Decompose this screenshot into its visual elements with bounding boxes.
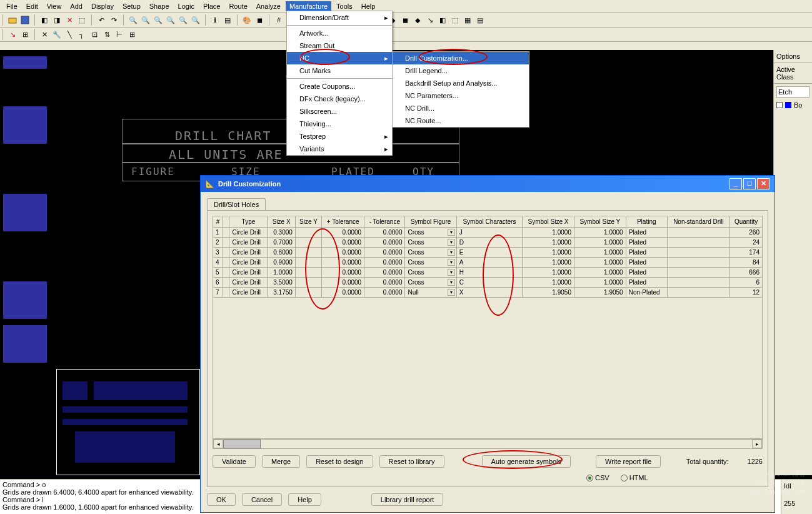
cell[interactable]: 174 [730,248,763,258]
cell[interactable]: Circle Drill [229,278,268,288]
cell[interactable] [667,258,729,268]
reset-design-button[interactable]: Reset to design [306,455,373,468]
menu-item-stream-out[interactable]: Stream Out [287,39,392,52]
etch-select[interactable]: Etch [776,86,809,98]
cell[interactable]: 1.0000 [574,248,626,258]
cell[interactable]: J [456,228,522,238]
cancel-button[interactable]: Cancel [242,493,282,506]
cell[interactable]: Null [405,288,456,298]
cell[interactable]: Non-Plated [626,288,667,298]
redo-icon[interactable]: ↷ [108,14,119,26]
cell[interactable] [295,248,321,258]
cell[interactable] [223,278,229,288]
cell[interactable]: 0.0000 [364,238,405,248]
tool-icon[interactable]: ◆ [412,14,423,26]
drill-table[interactable]: #TypeSize XSize Y+ Tolerance- ToleranceS… [213,216,763,298]
cell[interactable]: 0.0000 [364,248,405,258]
tool-icon[interactable]: ◼ [254,14,265,26]
cell[interactable]: 0.0000 [322,258,364,268]
menu-item-nc-parameters-[interactable]: NC Parameters... [393,89,529,102]
menu-item-backdrill-setup-and-analysis-[interactable]: Backdrill Setup and Analysis... [393,77,529,89]
tool-icon[interactable]: ↘ [424,14,436,26]
col-header[interactable]: # [213,216,223,228]
cell[interactable]: Plated [626,238,667,248]
tool-icon[interactable]: ✕ [39,29,50,40]
cell[interactable]: 0.0000 [364,288,405,298]
tool-icon[interactable]: ◨ [51,14,63,26]
layers-icon[interactable]: ▤ [222,14,233,26]
menu-logic[interactable]: Logic [174,1,198,11]
cell[interactable]: 0.9000 [268,258,295,268]
col-header[interactable]: Symbol Size X [523,216,574,228]
cell[interactable]: 0.0000 [322,238,364,248]
cell[interactable]: 0.0000 [322,288,364,298]
cell[interactable]: 3 [213,248,223,258]
tool-icon[interactable]: ◧ [39,14,50,26]
cell[interactable]: Circle Drill [229,288,268,298]
cell[interactable]: 84 [730,258,763,268]
zoom-in-icon[interactable]: 🔍 [128,14,139,26]
menu-item-create-coupons-[interactable]: Create Coupons... [287,80,392,93]
menu-item-drill-customization-[interactable]: Drill Customization... [393,52,529,64]
menu-item-variants[interactable]: Variants▸ [287,143,392,155]
cell[interactable]: 1.0000 [574,238,626,248]
menu-place[interactable]: Place [199,1,224,11]
menu-item-nc-drill-[interactable]: NC Drill... [393,102,529,114]
menu-item-cut-marks[interactable]: Cut Marks [287,64,392,77]
zoom-fit-icon[interactable]: 🔍 [153,14,164,26]
horizontal-scrollbar[interactable]: ◂ ▸ [213,439,763,449]
csv-radio[interactable]: CSV [586,474,609,481]
tab-drill-slot-holes[interactable]: Drill/Slot Holes [207,198,266,210]
menu-item-dfx-check-legacy-[interactable]: DFx Check (legacy)... [287,93,392,105]
cell[interactable]: Circle Drill [229,238,268,248]
tool-icon[interactable]: ╲ [64,29,75,40]
cell[interactable]: 1.9050 [523,288,574,298]
cell[interactable]: 0.7000 [268,238,295,248]
zoom-out-icon[interactable]: 🔍 [140,14,151,26]
menu-manufacture[interactable]: Manufacture [286,1,331,11]
cell[interactable]: 2 [213,238,223,248]
cell[interactable] [223,228,229,238]
zoom-icon[interactable]: 🔍 [190,14,201,26]
cell[interactable]: 260 [730,228,763,238]
cell[interactable]: 4 [213,258,223,268]
cell[interactable]: D [456,238,522,248]
cell[interactable]: 7 [213,288,223,298]
html-radio[interactable]: HTML [621,474,648,481]
cell[interactable]: Plated [626,248,667,258]
cell[interactable]: Cross [405,278,456,288]
cell[interactable]: 0.0000 [322,248,364,258]
menu-item-nc[interactable]: NC▸ [287,52,392,64]
col-header[interactable]: Type [229,216,268,228]
cell[interactable]: Cross [405,228,456,238]
cell[interactable] [295,288,321,298]
menu-add[interactable]: Add [66,1,86,11]
cell[interactable]: 0.8000 [268,248,295,258]
cell[interactable] [667,288,729,298]
cell[interactable]: Plated [626,268,667,278]
grid-icon[interactable]: # [273,14,284,26]
menu-route[interactable]: Route [225,1,251,11]
menu-item-drill-legend-[interactable]: Drill Legend... [393,64,529,77]
cell[interactable]: 1.0000 [268,268,295,278]
cell[interactable] [295,268,321,278]
cell[interactable]: 3.1750 [268,288,295,298]
cell[interactable] [295,228,321,238]
tool-icon[interactable]: ▦ [462,14,473,26]
cell[interactable]: Cross [405,258,456,268]
cell[interactable]: 1.0000 [523,228,574,238]
cell[interactable] [223,268,229,278]
menu-item-artwork-[interactable]: Artwork... [287,27,392,39]
open-icon[interactable] [7,14,18,26]
col-header[interactable]: - Tolerance [364,216,405,228]
cell[interactable] [667,248,729,258]
maximize-button[interactable]: □ [743,178,756,189]
cell[interactable]: Cross [405,238,456,248]
cell[interactable]: 1.0000 [574,268,626,278]
zoom-icon[interactable]: 🔍 [165,14,176,26]
menu-shape[interactable]: Shape [146,1,173,11]
cell[interactable]: 3.5000 [268,278,295,288]
cell[interactable]: A [456,258,522,268]
table-row[interactable]: 2Circle Drill0.70000.00000.0000CrossD1.0… [213,238,763,248]
cell[interactable]: Circle Drill [229,228,268,238]
